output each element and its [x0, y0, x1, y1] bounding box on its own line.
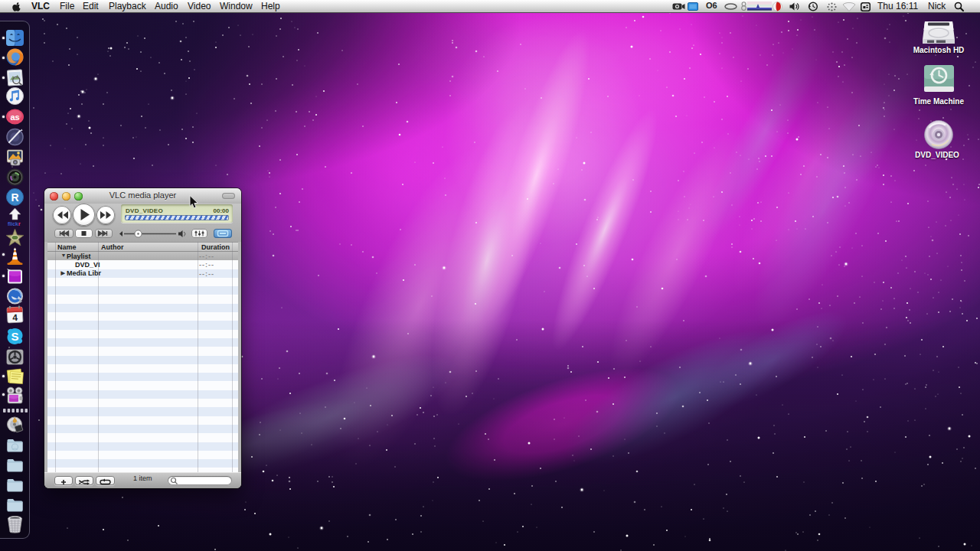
svg-text:flick: flick	[8, 221, 18, 227]
svg-text:S: S	[11, 330, 18, 343]
svg-text:r: r	[18, 221, 21, 227]
svg-text:as: as	[10, 112, 19, 122]
svg-text:4: 4	[12, 312, 18, 323]
svg-text:R: R	[11, 191, 18, 204]
